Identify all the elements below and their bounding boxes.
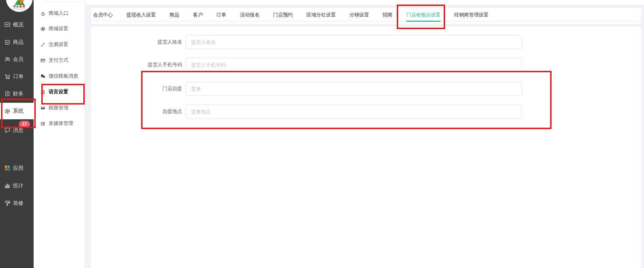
sidebar-item-apps[interactable]: 应用: [0, 160, 34, 176]
system-gear-icon: [4, 108, 11, 114]
logo-subline: [13, 9, 26, 9]
media-list-icon: [40, 121, 46, 126]
sidebar-item-label: 商品: [13, 39, 23, 46]
svg-text:¥: ¥: [6, 92, 8, 95]
tab-goods[interactable]: 商品: [169, 8, 179, 21]
sidebar-item-system[interactable]: 系统: [0, 103, 34, 119]
credit-card-icon: [40, 58, 46, 63]
messages-count-badge: 17: [19, 121, 30, 128]
tab-member-center[interactable]: 会员中心: [93, 8, 113, 21]
trade-arrows-icon: [40, 42, 46, 47]
cashier-settings-form: 提货人姓名 提货人手机号码 门店自提 自提地点: [91, 27, 641, 268]
tab-bar-card: 会员中心 提现收入设置 商品 客户 订单 活动报名 门店预约 区域分红设置 分销…: [91, 8, 641, 24]
tab-store-reservation[interactable]: 门店预约: [273, 8, 293, 21]
sidebar-item-stats[interactable]: 统计: [0, 177, 34, 194]
apps-icon: [4, 165, 11, 171]
store-pickup-input[interactable]: [186, 82, 522, 96]
submenu-item-label: 权限管理: [49, 105, 68, 111]
finance-icon: ¥: [4, 91, 11, 97]
tab-customers[interactable]: 客户: [193, 8, 203, 21]
form-row-pickup-location: 自提地点: [91, 105, 522, 119]
submenu-item-label: 交易设置: [49, 41, 68, 48]
wechat-bubbles-icon: [40, 74, 46, 79]
messages-icon: [4, 127, 11, 133]
logo-title: 华太食府: [13, 5, 26, 8]
sidebar-item-label: 统计: [13, 182, 23, 189]
paint-roller-icon: [4, 200, 11, 206]
submenu-item-label: 商城设置: [49, 26, 68, 32]
submenu-item-trade-settings[interactable]: 交易设置: [34, 39, 85, 50]
sidebar-item-goods[interactable]: 商品: [0, 34, 34, 51]
form-row-store-pickup: 门店自提: [91, 82, 522, 96]
gear-icon: [40, 26, 46, 32]
form-row-pickup-phone: 提货人手机号码: [91, 58, 522, 72]
stats-icon: [4, 182, 11, 189]
submenu-item-mall-settings[interactable]: 商城设置: [34, 24, 85, 34]
sidebar-item-label: 概况: [13, 21, 23, 28]
sidebar-item-label: 会员: [13, 56, 23, 63]
submenu-item-media[interactable]: 多媒体管理: [34, 118, 85, 129]
submenu-item-payment-methods[interactable]: 支付方式: [34, 55, 85, 66]
form-row-pickup-name: 提货人姓名: [91, 35, 522, 49]
submenu-item-label: 多媒体管理: [49, 120, 73, 127]
thumb-up-icon: [40, 11, 46, 16]
submenu-item-language-settings[interactable]: 语言设置: [34, 87, 85, 97]
sidebar-item-overview[interactable]: 概况: [0, 16, 34, 33]
members-icon: [4, 56, 11, 62]
language-doc-icon: [40, 89, 46, 95]
sidebar-item-finance[interactable]: ¥ 财务: [0, 85, 34, 102]
sidebar-item-label: 系统: [13, 108, 23, 114]
tab-store-cashier-settings[interactable]: 门店收银台设置: [406, 8, 441, 21]
pickup-phone-input[interactable]: [186, 58, 522, 72]
goods-icon: [4, 39, 11, 45]
pickup-phone-label: 提货人手机号码: [91, 62, 186, 68]
tab-orders[interactable]: 订单: [216, 8, 226, 21]
tab-withdraw-income-settings[interactable]: 提现收入设置: [126, 8, 156, 21]
pickup-name-input[interactable]: [186, 35, 522, 49]
submenu-item-mall-entry[interactable]: 商城入口: [34, 8, 85, 19]
permissions-mask-icon: [40, 106, 46, 111]
company-logo: 华太食府: [6, 0, 33, 12]
tab-region-dividend-settings[interactable]: 区域分红设置: [306, 8, 336, 21]
tab-activity-signup[interactable]: 活动报名: [240, 8, 259, 21]
sidebar-item-decorate[interactable]: 装修: [0, 195, 34, 212]
submenu-item-label: 支付方式: [49, 57, 68, 63]
orders-icon: [4, 73, 11, 80]
submenu-item-label: 商城入口: [49, 10, 68, 16]
top-header-strip: [85, 0, 644, 5]
submenu-divider: [44, 1, 82, 2]
secondary-sidebar: 商城入口 商城设置 交易设置 支付方式: [34, 0, 85, 268]
submenu-item-permissions[interactable]: 权限管理: [34, 103, 85, 113]
sidebar-item-label: 装修: [13, 200, 23, 207]
overview-icon: [4, 21, 11, 28]
submenu-item-wechat-template[interactable]: 微信模板消息: [34, 71, 85, 81]
submenu-item-label: 微信模板消息: [49, 73, 78, 79]
sidebar-item-label: 应用: [13, 165, 23, 172]
primary-sidebar: 华太食府 概况 商品 会员: [0, 0, 34, 268]
pickup-name-label: 提货人姓名: [91, 39, 186, 45]
tab-investment[interactable]: 招商: [383, 8, 393, 21]
admin-page: { "logo": { "title": "华太食府" }, "sidebar"…: [0, 0, 644, 268]
sidebar-item-label: 消息: [13, 127, 23, 134]
sidebar-item-label: 订单: [13, 73, 23, 80]
settings-tabs: 会员中心 提现收入设置 商品 客户 订单 活动报名 门店预约 区域分红设置 分销…: [91, 8, 641, 22]
pickup-location-label: 自提地点: [91, 108, 186, 115]
sidebar-item-label: 财务: [13, 91, 23, 97]
tab-dealer-management-settings[interactable]: 经销商管理设置: [454, 8, 489, 21]
tab-distribution-settings[interactable]: 分销设置: [349, 8, 369, 21]
submenu-item-label: 语言设置: [49, 89, 68, 95]
sidebar-item-orders[interactable]: 订单: [0, 68, 34, 85]
store-pickup-label: 门店自提: [91, 86, 186, 92]
sidebar-item-members[interactable]: 会员: [0, 51, 34, 68]
pickup-location-input[interactable]: [186, 105, 522, 119]
logo-mountain-icon: [13, 0, 25, 5]
